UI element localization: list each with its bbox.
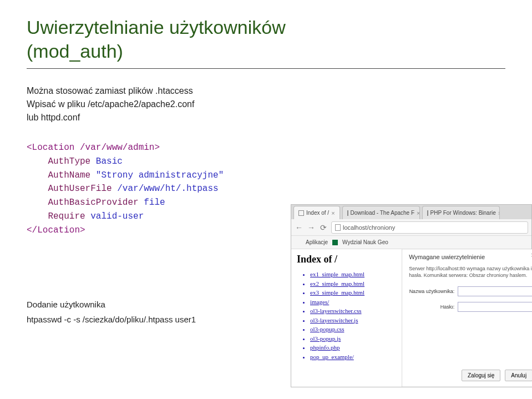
listing-link[interactable]: phpinfo.php	[310, 343, 396, 352]
bookmark-icon	[332, 240, 338, 245]
directory-listing: Index of / ex1_simple_map.html ex2_simpl…	[291, 249, 402, 387]
listing-link[interactable]: images/	[310, 297, 396, 307]
dialog-message: Serwer http://localhost:80 wymaga nazwy …	[409, 266, 532, 279]
page-area: Index of / ex1_simple_map.html ex2_simpl…	[291, 249, 531, 387]
code-authname-val: "Strony administracyjne"	[96, 170, 224, 180]
login-button[interactable]: Zaloguj się	[462, 370, 500, 381]
listing-ul: ex1_simple_map.html ex2_simple_map.html …	[310, 270, 396, 361]
username-row: Nazwa użytkownika:	[409, 286, 532, 296]
listing-link[interactable]: ex3_simple_map.html	[310, 288, 396, 297]
intro-line-3: lub httpd.conf	[27, 111, 505, 124]
bookmark-apps[interactable]: Aplikacje	[306, 239, 328, 245]
intro-line-2: Wpisać w pliku /etc/apache2/apache2.conf	[27, 98, 505, 111]
close-icon[interactable]: ×	[498, 210, 500, 216]
username-input[interactable]	[458, 286, 532, 296]
bookmarks-bar: Aplikacje Wydział Nauk Geo	[291, 236, 531, 249]
code-require-val: valid-user	[90, 211, 144, 221]
code-close-tag: </Location>	[27, 225, 85, 235]
dialog-buttons: Zaloguj się Anuluj	[462, 370, 532, 381]
listing-link[interactable]: ex2_simple_map.html	[310, 279, 396, 289]
tab-label: PHP For Windows: Binarie	[430, 210, 496, 216]
intro-line-1: Można stosować zamiast plików .htaccess	[27, 84, 505, 98]
code-authuserfile-val: /var/www/ht/.htpass	[117, 184, 218, 194]
code-authuserfile-kw: AuthUserFile	[48, 184, 117, 194]
page-icon	[335, 224, 341, 231]
close-icon[interactable]: ×	[331, 210, 335, 216]
title-line-2: (mod_auth)	[27, 41, 123, 62]
favicon-icon	[298, 210, 304, 216]
listing-link[interactable]: pop_up_example/	[310, 352, 396, 362]
favicon-icon	[427, 210, 428, 216]
code-authprovider-kw: AuthBasicProvider	[48, 198, 144, 208]
code-authprovider-val: file	[144, 198, 165, 208]
code-authtype-val: Basic	[96, 156, 123, 166]
browser-screenshot: Index of / × Download - The Apache F × P…	[291, 204, 532, 387]
address-bar[interactable]: localhost/chroniony	[331, 221, 528, 234]
password-label: Hasło:	[409, 304, 454, 310]
close-icon[interactable]: ×	[417, 210, 420, 216]
address-text: localhost/chroniony	[343, 224, 395, 231]
code-open-tag: <Location /var/www/admin>	[27, 143, 160, 153]
code-require-kw: Require	[48, 211, 90, 221]
tab-label: Index of /	[306, 210, 329, 216]
auth-dialog: × Wymagane uwierzytelnienie Serwer http:…	[402, 249, 532, 387]
browser-tab-active[interactable]: Index of / ×	[293, 206, 340, 219]
bookmark-wng[interactable]: Wydział Nauk Geo	[342, 239, 388, 245]
listing-link[interactable]: ol3-popup.js	[310, 334, 396, 344]
page-heading: Index of /	[297, 254, 396, 265]
code-authtype-kw: AuthType	[48, 156, 95, 166]
dialog-title: Wymagane uwierzytelnienie	[409, 254, 532, 260]
add-user-heading: Dodanie użytkownika	[27, 297, 196, 312]
tab-label: Download - The Apache F	[351, 210, 414, 216]
tab-strip: Index of / × Download - The Apache F × P…	[291, 205, 531, 219]
title-line-1: Uwierzytelnianie użytkowników	[27, 17, 286, 38]
browser-toolbar: ← → ⟳ localhost/chroniony	[291, 219, 531, 236]
title-underline	[27, 68, 505, 69]
code-authname-kw: AuthName	[48, 170, 95, 180]
back-icon[interactable]: ←	[295, 223, 303, 232]
username-label: Nazwa użytkownika:	[409, 289, 454, 294]
slide-title: Uwierzytelnianie użytkowników (mod_auth)	[27, 16, 505, 63]
intro-text: Można stosować zamiast plików .htaccess …	[27, 84, 505, 124]
forward-icon[interactable]: →	[307, 223, 316, 232]
browser-tab[interactable]: Download - The Apache F ×	[342, 206, 420, 219]
cancel-button[interactable]: Anuluj	[505, 370, 532, 381]
listing-link[interactable]: ol3-layerswitcher.css	[310, 306, 396, 316]
listing-link[interactable]: ol3-layerswitcher.js	[310, 316, 396, 325]
favicon-icon	[347, 210, 348, 216]
apps-icon[interactable]	[296, 240, 301, 245]
listing-link[interactable]: ol3-popup.css	[310, 325, 396, 334]
password-row: Hasło:	[409, 302, 532, 312]
password-input[interactable]	[458, 302, 532, 312]
add-user-section: Dodanie użytkownika htpasswd -c -s /scie…	[27, 297, 196, 327]
listing-link[interactable]: ex1_simple_map.html	[310, 270, 396, 279]
add-user-command: htpasswd -c -s /sciezka/do/pliku/.htpass…	[27, 312, 196, 327]
browser-tab[interactable]: PHP For Windows: Binarie ×	[422, 206, 500, 219]
reload-icon[interactable]: ⟳	[319, 223, 328, 232]
